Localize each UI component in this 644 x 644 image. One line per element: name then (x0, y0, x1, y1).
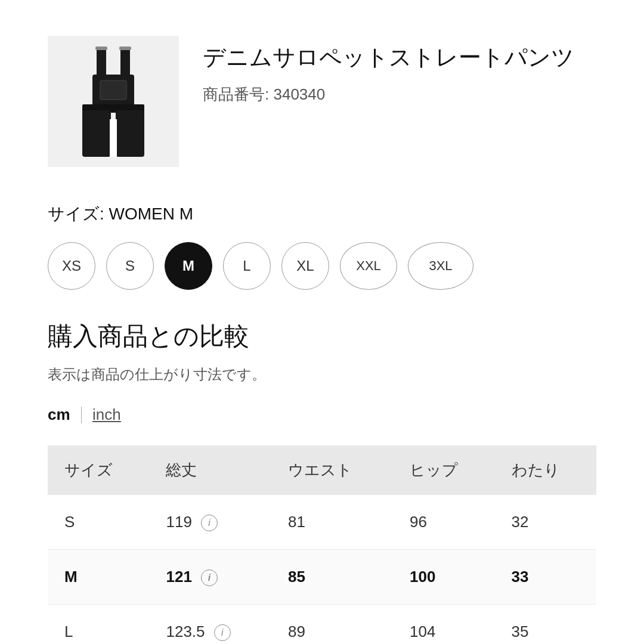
size-buttons: XS S M L XL XXL 3XL (48, 242, 596, 290)
unit-toggle: cm inch (48, 405, 596, 424)
cell-size: S (48, 495, 149, 550)
product-image (48, 36, 179, 167)
col-header-waist: ウエスト (271, 445, 393, 495)
comparison-title: 購入商品との比較 (48, 320, 596, 353)
size-label: サイズ: WOMEN M (48, 203, 596, 225)
size-btn-m[interactable]: M (165, 242, 212, 290)
cell-length: 123.5 i (149, 605, 271, 644)
size-btn-xs[interactable]: XS (48, 242, 95, 290)
size-btn-xxl[interactable]: XXL (340, 242, 397, 290)
table-row: M 121 i 85 100 33 (48, 550, 596, 605)
product-info: デニムサロペットストレートパンツ 商品番号: 340340 (203, 36, 574, 105)
size-btn-s[interactable]: S (106, 242, 154, 290)
col-header-thigh: わたり (495, 445, 597, 495)
svg-rect-8 (95, 47, 107, 50)
table-header-row: サイズ 総丈 ウエスト ヒップ わたり (48, 445, 596, 495)
svg-rect-9 (119, 47, 131, 50)
svg-rect-3 (100, 80, 126, 100)
cell-thigh: 33 (495, 550, 597, 605)
size-btn-l[interactable]: L (223, 242, 271, 290)
info-icon[interactable]: i (201, 569, 218, 586)
table-row: S 119 i 81 96 32 (48, 495, 596, 550)
cell-thigh: 35 (495, 605, 597, 644)
product-number: 商品番号: 340340 (203, 84, 574, 105)
product-header: デニムサロペットストレートパンツ 商品番号: 340340 (48, 36, 596, 167)
svg-rect-5 (82, 110, 111, 157)
svg-rect-6 (116, 110, 144, 157)
info-icon[interactable]: i (201, 515, 218, 531)
size-btn-3xl[interactable]: 3XL (408, 242, 473, 290)
col-header-size: サイズ (48, 445, 149, 495)
cell-size: L (48, 605, 149, 644)
cell-hip: 100 (393, 550, 494, 605)
cell-waist: 85 (271, 550, 393, 605)
svg-rect-7 (110, 119, 117, 157)
cell-length: 119 i (149, 495, 271, 550)
cell-waist: 89 (271, 605, 393, 644)
col-header-hip: ヒップ (393, 445, 494, 495)
size-table: サイズ 総丈 ウエスト ヒップ わたり S 119 i 81 96 32 M (48, 445, 596, 644)
info-icon[interactable]: i (214, 624, 231, 641)
unit-divider (81, 407, 82, 423)
comparison-subtitle: 表示は商品の仕上がり寸法です。 (48, 365, 596, 384)
col-header-length: 総丈 (149, 445, 271, 495)
cell-hip: 96 (393, 495, 494, 550)
cell-thigh: 32 (495, 495, 597, 550)
size-btn-xl[interactable]: XL (281, 242, 329, 290)
cell-hip: 104 (393, 605, 494, 644)
size-section: サイズ: WOMEN M XS S M L XL XXL 3XL (48, 203, 596, 290)
unit-inch-button[interactable]: inch (92, 405, 121, 424)
cell-size: M (48, 550, 149, 605)
unit-cm-button[interactable]: cm (48, 405, 81, 424)
cell-waist: 81 (271, 495, 393, 550)
table-row: L 123.5 i 89 104 35 (48, 605, 596, 644)
cell-length: 121 i (149, 550, 271, 605)
comparison-section: 購入商品との比較 表示は商品の仕上がり寸法です。 cm inch サイズ 総丈 … (48, 320, 596, 644)
product-title: デニムサロペットストレートパンツ (203, 42, 574, 73)
